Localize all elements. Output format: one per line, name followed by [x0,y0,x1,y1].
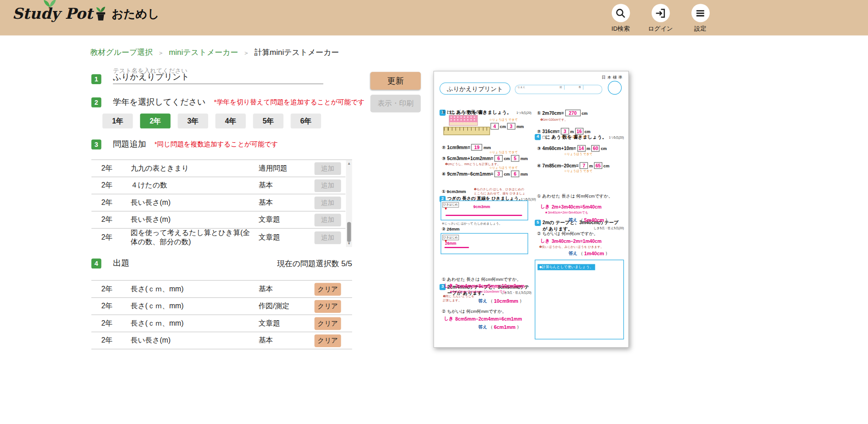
grade-button-1[interactable]: 1年 [102,113,133,129]
p3-q1-hint: ❶同じ たんいどうしを 計算します。 [443,295,475,303]
answer-box: 4 [491,123,499,130]
answer-box: 14 [577,145,585,152]
answer-label: 答え [568,217,578,223]
add-button[interactable]: 追加 [315,179,341,192]
p1-q1-answer: 4 cm 3 mm [489,123,524,130]
score-circle [608,81,622,95]
unit-label: mm [520,172,528,177]
answer-box: 6 [494,155,503,162]
row-title: 九九の表ときまり [131,164,259,173]
p2-check-note: ※じっさいに はかって たしかめましょう。 [442,222,502,226]
row-title: 長さ(ｃｍ、mm) [131,302,259,311]
add-button[interactable]: 追加 [315,214,341,226]
p3-q1-alt: ★8cm5mm+2cm4mm=10cm9mmでも [450,290,506,295]
unit-label: cm [500,124,506,129]
scrollbar-thumb[interactable] [347,222,351,242]
row-title: 図を使って考えるたし算とひき算(全体の数、部分の数) [131,229,259,247]
unit-label: mm [520,156,528,161]
step2-row: 学年を選択してください *学年を切り替えて問題を追加することが可能です [113,97,364,107]
grade-button-6[interactable]: 6年 [291,113,321,129]
row-type: 基本 [258,181,311,191]
clear-button[interactable]: クリア [315,334,341,347]
p1-q4-note: ☆りょうほう できて [489,166,518,170]
add-button[interactable]: 追加 [315,196,341,209]
table-row: 2年 長い長さ(m) 基本 追加 [91,194,346,212]
unit-label: m [587,146,590,151]
draw-line-box-1: ひきはじめ ▼ 9cm3mm [441,200,528,220]
p1-q2-label: ② 1cm9mm= [442,145,470,150]
output-problem-table: 2年 長さ(ｃｍ、mm) 基本 クリア 2年 長さ(ｃｍ、mm) 作図/測定 ク… [91,280,352,349]
answer-value: 10cm9mm [494,298,518,304]
login-icon [651,4,670,22]
paren: （ [488,324,493,330]
equation-value: 3m40cm−2m=1m40cm [552,239,601,244]
answer-label: 答え [568,250,578,256]
unit-label: m [570,129,574,134]
unit-label: mm [516,124,524,129]
unit-label: m [589,163,593,168]
step3-badge: 3 [91,140,102,150]
trial-label: おためし [112,6,159,21]
clear-button[interactable]: クリア [315,283,341,295]
row-type: 作図/測定 [258,301,311,311]
row-grade: 2年 [102,181,131,191]
login-label: ログイン [648,24,673,32]
paren: （ [579,250,583,256]
update-button[interactable]: 更新 [370,72,421,90]
add-button[interactable]: 追加 [315,231,341,244]
table-row: 2年 ４けたの数 基本 追加 [91,177,346,194]
test-name-input[interactable] [113,71,323,84]
p4-q1: ① 2m70cm= 270 cm [537,110,588,117]
worksheet-preview: 日本標準 ふりかえりプリント なまえ 組 番 1 □に あう 数を 書きましょう… [434,71,629,348]
p2-q2-label: ② 26mm [442,226,460,231]
print-button[interactable]: 表示・印刷 [370,95,421,113]
p3-q2-answer: 答え （ 6cm1mm ） [478,324,521,330]
row-grade: 2年 [102,198,131,208]
drawn-line-label: 26mm [445,242,456,245]
breadcrumb-current: 計算miniテストメーカー [254,48,339,58]
row-type: 文章題 [258,318,311,328]
clear-button[interactable]: クリア [315,317,341,330]
answer-value: 1m40cm [584,251,604,256]
answer-box: 5 [511,155,519,162]
search-icon [611,4,630,22]
grade-button-2-selected[interactable]: 2年 [140,113,171,129]
answer-box: 6 [511,171,519,177]
grade-select-label: 学年を選択してください [113,97,206,107]
p1-q4: ④ 9cm7mm−6cm1mm= 3 cm 6 mm [442,171,528,177]
answer-box: 16 [575,128,583,135]
grade-button-5[interactable]: 5年 [253,113,284,129]
id-search-label: ID検索 [611,24,630,32]
name-field-divider [583,85,584,90]
shiki-label: しき [540,204,550,210]
scroll-down-icon[interactable]: ▼ [346,240,352,247]
table-row: 2年 長い長さ(m) 基本 クリア [91,332,352,349]
settings-button[interactable]: 設定 [685,4,716,32]
unit-label: cm [504,172,510,177]
add-button[interactable]: 追加 [315,162,341,175]
output-label: 出題 [113,258,129,268]
logo[interactable]: Study Pot おためし [12,5,160,22]
clear-button[interactable]: クリア [315,300,341,312]
hamburger-menu-icon [691,4,709,22]
grade-button-4[interactable]: 4年 [215,113,246,129]
drawn-line [445,247,469,248]
row-type: 基本 [258,336,311,346]
table-row: 2年 長さ(ｃｍ、mm) 作図/測定 クリア [91,298,352,315]
row-title: 長い長さ(m) [131,336,259,345]
row-grade: 2年 [102,301,131,311]
login-button[interactable]: ログイン [645,4,676,32]
p4-q4: ④ 7m85cm−20cm= 7 m 65 cm [537,162,609,169]
row-type: 基本 [258,284,311,294]
p5-q1-equation: しき 2m+3m40cm=5m40cm [540,204,601,210]
breadcrumb-mini-test-maker[interactable]: miniテストメーカー [169,48,238,58]
p1-q3: ③ 5cm3mm+1cm2mm= 6 cm 5 mm [442,155,528,162]
breadcrumb-group-select[interactable]: 教材グループ選択 [90,48,153,58]
grade-button-3[interactable]: 3年 [178,113,209,129]
id-search-button[interactable]: ID検索 [605,4,636,32]
row-type: 文章題 [258,233,311,243]
step4-badge: 4 [91,258,102,268]
p1-q1-note: ☆りょうほう できて [489,118,518,122]
table-row: 2年 図を使って考えるたし算とひき算(全体の数、部分の数) 文章題 追加 [91,229,346,247]
scroll-up-icon[interactable]: ▲ [346,160,352,167]
